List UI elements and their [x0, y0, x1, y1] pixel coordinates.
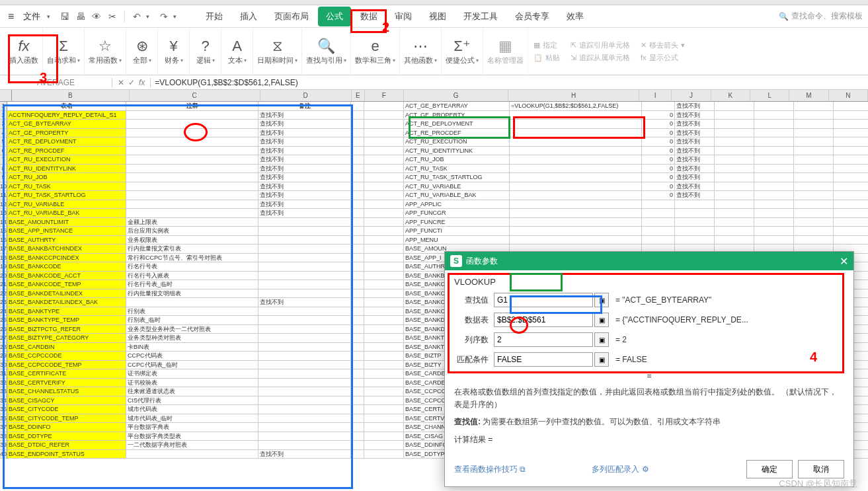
redo-icon[interactable]: ↷: [157, 10, 171, 23]
print-icon[interactable]: 🖶: [74, 10, 87, 23]
cell-D8[interactable]: 查找不到: [258, 165, 351, 173]
cell-K7[interactable]: [715, 155, 754, 164]
cell-F8[interactable]: [364, 165, 404, 173]
cell-L16[interactable]: [754, 236, 794, 245]
row-header[interactable]: 19: [0, 262, 7, 272]
cell-B36[interactable]: BASE_CITYCODE_TEMP: [7, 414, 126, 423]
cell-H16[interactable]: [510, 236, 642, 245]
cell-I3[interactable]: 0: [642, 120, 675, 128]
row-header[interactable]: 37: [0, 423, 7, 432]
ok-button[interactable]: 确定: [746, 460, 793, 478]
col-header-M[interactable]: M: [789, 90, 828, 101]
cell-C14[interactable]: 金额上限表: [126, 218, 258, 227]
remove-arrows-button[interactable]: ✕ 移去箭头▾: [641, 40, 685, 50]
cell-L13[interactable]: [754, 209, 794, 217]
cell-N12[interactable]: [834, 200, 868, 209]
row-header[interactable]: 17: [0, 245, 7, 254]
cell-C40[interactable]: [126, 450, 258, 459]
cell-D16[interactable]: [258, 236, 351, 245]
cell-E26[interactable]: [351, 325, 364, 334]
cell-N16[interactable]: [834, 236, 868, 245]
cell-D26[interactable]: [258, 325, 351, 334]
cell-C12[interactable]: [126, 200, 258, 209]
row-header[interactable]: 32: [0, 379, 7, 388]
row-header[interactable]: 12: [0, 200, 7, 209]
cell-L8[interactable]: [754, 165, 794, 173]
undo-icon[interactable]: ↶: [130, 10, 143, 23]
cell-H2[interactable]: [510, 111, 642, 120]
cell-B33[interactable]: BASE_CHANNELSTATUS: [7, 387, 126, 396]
cell-N8[interactable]: [834, 165, 868, 173]
row-header[interactable]: 26: [0, 325, 7, 334]
cell-E33[interactable]: [351, 387, 364, 396]
cell-B39[interactable]: BASE_DTDIC_REFER: [7, 441, 126, 449]
cell-H3[interactable]: [510, 120, 642, 128]
row-header[interactable]: 36: [0, 414, 7, 424]
cell-L15[interactable]: [754, 227, 794, 235]
chevron-down-icon[interactable]: ▾: [146, 13, 149, 20]
cell-E15[interactable]: [351, 227, 364, 235]
cell-M3[interactable]: [794, 120, 834, 128]
fx-icon[interactable]: fx: [139, 78, 145, 87]
cell-N5[interactable]: [834, 137, 868, 146]
cell-E21[interactable]: [351, 280, 364, 289]
row-header[interactable]: 3: [0, 120, 7, 129]
row-header[interactable]: 25: [0, 316, 7, 325]
cell-F12[interactable]: [364, 200, 404, 209]
cell-B34[interactable]: BASE_CISAGCY: [7, 397, 126, 405]
cell-C24[interactable]: 行别表: [126, 307, 258, 316]
close-icon[interactable]: ✕: [840, 255, 848, 268]
col-header-J[interactable]: J: [672, 90, 711, 101]
cell-D29[interactable]: [258, 352, 351, 360]
col-header-I[interactable]: I: [639, 90, 672, 101]
cell-F11[interactable]: [364, 191, 404, 200]
help-link[interactable]: 查看函数操作技巧 ⧉: [454, 464, 526, 475]
cell-H10[interactable]: [510, 182, 642, 191]
cell-C3[interactable]: [126, 120, 258, 128]
cell-G10[interactable]: ACT_RU_VARIABLE: [404, 182, 510, 191]
cell-E13[interactable]: [351, 209, 364, 217]
cell-G9[interactable]: ACT_RU_TASK_STARTLOG: [404, 173, 510, 182]
cell-H1[interactable]: =VLOOKUP(G1,$B$2:$D$561,2,FALSE): [510, 102, 642, 110]
row-header[interactable]: 4: [0, 129, 7, 138]
cell-C31[interactable]: 证书绑定表: [126, 369, 258, 378]
cell-B16[interactable]: BASE_AUTHRTY: [7, 236, 126, 245]
cell-C23[interactable]: [126, 298, 258, 307]
cell-G3[interactable]: ACT_RE_DEPLOYMENT: [404, 120, 510, 128]
cell-M9[interactable]: [794, 173, 834, 182]
cell-G11[interactable]: ACT_RU_VARIABLE_BAK: [404, 191, 510, 200]
row-header[interactable]: 27: [0, 334, 7, 343]
cell-F7[interactable]: [364, 155, 404, 164]
cell-B23[interactable]: BASE_BANKDETAILINDEX_BAK: [7, 298, 126, 307]
cell-D24[interactable]: [258, 307, 351, 316]
cell-L11[interactable]: [754, 191, 794, 200]
cell-D35[interactable]: [258, 405, 351, 414]
row-header[interactable]: 21: [0, 280, 7, 289]
cell-J13[interactable]: [675, 209, 715, 217]
logic-fn-button[interactable]: ?逻辑▾: [190, 28, 221, 75]
formula-input[interactable]: =VLOOKUP(G1,$B$2:$D$561,2,FALSE): [151, 78, 868, 87]
cell-I5[interactable]: 0: [642, 137, 675, 146]
cell-B15[interactable]: BASE_APP_INSTANCE: [7, 227, 126, 235]
cell-D17[interactable]: [258, 245, 351, 253]
cell-E2[interactable]: [351, 111, 364, 120]
cell-C11[interactable]: [126, 191, 258, 200]
cell-F32[interactable]: [364, 379, 404, 387]
row-header[interactable]: 31: [0, 369, 7, 379]
cell-E34[interactable]: [351, 397, 364, 405]
range-picker-icon[interactable]: ▣: [594, 332, 609, 347]
cell-K6[interactable]: [715, 147, 754, 155]
cell-E32[interactable]: [351, 379, 364, 387]
cell-F38[interactable]: [364, 432, 404, 441]
row-header[interactable]: 20: [0, 272, 7, 281]
row-header[interactable]: 13: [0, 209, 7, 218]
cell-J8[interactable]: 查找不到: [675, 165, 715, 173]
ribbon-tab-5[interactable]: 审阅: [387, 7, 420, 26]
cell-F27[interactable]: [364, 334, 404, 342]
cell-F21[interactable]: [364, 280, 404, 289]
cell-D39[interactable]: [258, 441, 351, 449]
row-header[interactable]: 22: [0, 289, 7, 299]
cell-D10[interactable]: 查找不到: [258, 182, 351, 191]
ribbon-tab-8[interactable]: 会员专享: [507, 7, 557, 26]
cell-C7[interactable]: [126, 155, 258, 164]
